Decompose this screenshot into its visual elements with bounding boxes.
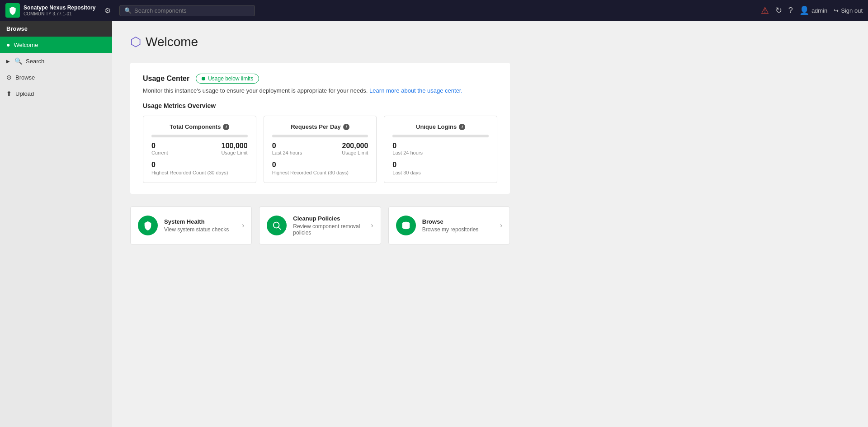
requests-recorded-label: Highest Recorded Count (30 days) (272, 170, 368, 175)
total-components-recorded-label: Highest Recorded Count (30 days) (151, 170, 248, 175)
main-layout: Browse ● Welcome ▶ 🔍 Search ⊙ Browse ⬆ U… (0, 21, 868, 427)
page-title: Welcome (146, 35, 198, 49)
requests-progress-bg (272, 135, 368, 137)
sign-out-icon: ↪ (834, 7, 839, 14)
browse-card-text: Browse Browse my repositories (422, 218, 494, 233)
requests-current: 0 Last 24 hours (272, 142, 302, 155)
metric-card-requests-per-day: Requests Per Day i 0 Last 24 hours 200,0… (264, 116, 377, 183)
page-title-area: ⬡ Welcome (130, 34, 850, 49)
browse-card-desc: Browse my repositories (422, 226, 494, 233)
system-health-text: System Health View system status checks (164, 218, 236, 233)
user-menu: 👤 admin (799, 5, 827, 15)
upload-icon: ⬆ (6, 90, 12, 97)
cleanup-policies-text: Cleanup Policies Review component remova… (293, 215, 364, 236)
welcome-icon: ● (6, 41, 10, 48)
usage-center-header: Usage Center Usage below limits (143, 74, 497, 84)
global-search: 🔍 (119, 5, 255, 16)
browse-card-arrow: › (500, 221, 502, 230)
browse-card-title: Browse (422, 218, 494, 225)
system-health-arrow: › (242, 221, 244, 230)
svg-point-0 (274, 222, 279, 228)
settings-button[interactable]: ⚙ (100, 3, 115, 18)
metric-logins-title: Unique Logins i (392, 123, 489, 130)
logins-recorded-label: Last 30 days (392, 170, 489, 175)
requests-main-row: 0 Last 24 hours 200,000 Usage Limit (272, 142, 368, 155)
system-health-icon (138, 216, 158, 235)
sidebar-item-browse[interactable]: ⊙ Browse (0, 69, 112, 85)
system-health-title: System Health (164, 218, 236, 225)
total-components-main-row: 0 Current 100,000 Usage Limit (151, 142, 248, 155)
sidebar-upload-label: Upload (15, 90, 34, 97)
logins-info-icon[interactable]: i (459, 124, 465, 130)
help-button[interactable]: ? (788, 6, 793, 15)
quick-card-browse[interactable]: Browse Browse my repositories › (388, 206, 510, 244)
sign-out-button[interactable]: ↪ Sign out (834, 7, 863, 14)
sidebar-item-upload[interactable]: ⬆ Upload (0, 85, 112, 102)
sidebar-header: Browse (0, 21, 112, 37)
search-expand-icon: ▶ (6, 59, 10, 64)
logo-text: Sonatype Nexus Repository COMMUNITY 3.77… (24, 5, 95, 16)
cleanup-policies-desc: Review component removal policies (293, 223, 364, 236)
cleanup-policies-icon (267, 216, 287, 235)
main-content: ⬡ Welcome Usage Center Usage below limit… (112, 21, 868, 427)
brand-name: Sonatype Nexus Repository (24, 5, 95, 11)
logo-icon (5, 3, 20, 18)
requests-info-icon[interactable]: i (343, 124, 349, 130)
sidebar-browse-label: Browse (15, 74, 35, 81)
usage-badge: Usage below limits (196, 74, 259, 84)
badge-label: Usage below limits (208, 75, 253, 82)
metrics-grid: Total Components i 0 Current 100,000 (143, 116, 497, 183)
cleanup-policies-title: Cleanup Policies (293, 215, 364, 222)
metric-requests-title: Requests Per Day i (272, 123, 368, 130)
usage-description: Monitor this instance's usage to ensure … (143, 87, 497, 94)
refresh-button[interactable]: ↻ (775, 5, 782, 15)
total-components-recorded-value: 0 (151, 161, 248, 169)
sidebar-item-welcome[interactable]: ● Welcome (0, 37, 112, 53)
sidebar-welcome-label: Welcome (14, 42, 38, 48)
logins-current: 0 Last 24 hours (392, 142, 423, 155)
sidebar-search-label: Search (26, 58, 44, 65)
search-icon: 🔍 (124, 7, 132, 14)
badge-dot (202, 77, 205, 80)
total-components-progress-bg (151, 135, 248, 137)
logins-progress-bg (392, 135, 489, 137)
learn-more-link[interactable]: Learn more about the usage center. (369, 87, 462, 94)
user-icon: 👤 (799, 5, 809, 15)
browse-icon: ⊙ (6, 74, 12, 81)
quick-card-cleanup-policies[interactable]: Cleanup Policies Review component remova… (259, 206, 381, 244)
logins-main-row: 0 Last 24 hours (392, 142, 489, 155)
search-input[interactable] (134, 7, 234, 14)
usage-center-title: Usage Center (143, 75, 189, 83)
usage-center-card: Usage Center Usage below limits Monitor … (130, 63, 510, 194)
logins-recorded-value: 0 (392, 161, 489, 169)
metrics-overview-title: Usage Metrics Overview (143, 102, 497, 109)
requests-limit: 200,000 Usage Limit (342, 142, 368, 155)
sign-out-label: Sign out (841, 7, 863, 14)
cleanup-policies-arrow: › (371, 221, 373, 230)
svg-line-1 (278, 227, 281, 230)
app-logo: Sonatype Nexus Repository COMMUNITY 3.77… (5, 3, 96, 18)
sidebar-item-search[interactable]: ▶ 🔍 Search (0, 53, 112, 69)
top-navigation: Sonatype Nexus Repository COMMUNITY 3.77… (0, 0, 868, 21)
metric-card-total-components: Total Components i 0 Current 100,000 (143, 116, 256, 183)
nav-right: ⚠ ↻ ? 👤 admin ↪ Sign out (761, 5, 863, 16)
total-components-limit: 100,000 Usage Limit (222, 142, 248, 155)
sidebar: Browse ● Welcome ▶ 🔍 Search ⊙ Browse ⬆ U… (0, 21, 112, 427)
username-label: admin (811, 7, 827, 14)
quick-card-system-health[interactable]: System Health View system status checks … (130, 206, 252, 244)
search-icon: 🔍 (14, 57, 22, 65)
alert-button[interactable]: ⚠ (761, 5, 769, 16)
metric-card-unique-logins: Unique Logins i 0 Last 24 hours 0 Last 3… (384, 116, 497, 183)
metric-total-components-title: Total Components i (151, 123, 248, 130)
welcome-hex-icon: ⬡ (130, 34, 141, 49)
browse-card-icon (396, 216, 416, 235)
system-health-desc: View system status checks (164, 226, 236, 233)
app-version: COMMUNITY 3.77.1-01 (24, 11, 95, 16)
total-components-current: 0 Current (151, 142, 168, 155)
quick-access-grid: System Health View system status checks … (130, 206, 510, 244)
total-components-info-icon[interactable]: i (223, 124, 229, 130)
requests-recorded-value: 0 (272, 161, 368, 169)
